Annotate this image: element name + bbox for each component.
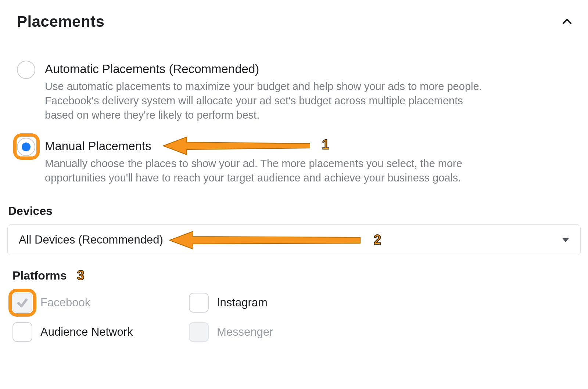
manual-title: Manual Placements bbox=[45, 138, 571, 154]
platform-facebook: Facebook bbox=[12, 293, 182, 313]
annotation-arrow-2-icon bbox=[169, 229, 361, 251]
automatic-title: Automatic Placements (Recommended) bbox=[45, 61, 571, 77]
placement-options: Automatic Placements (Recommended) Use a… bbox=[4, 38, 584, 185]
devices-dropdown[interactable]: All Devices (Recommended) 2 bbox=[7, 224, 581, 255]
checkbox-messenger[interactable] bbox=[189, 322, 209, 342]
platforms-heading: Platforms 3 bbox=[4, 255, 584, 290]
platform-label: Instagram bbox=[217, 296, 268, 309]
platform-audience-network: Audience Network bbox=[12, 322, 182, 342]
radio-button-icon[interactable] bbox=[17, 61, 35, 79]
manual-description: Manually choose the places to show your … bbox=[45, 156, 486, 185]
checkbox-audience-network[interactable] bbox=[12, 322, 32, 342]
radio-automatic-placements[interactable]: Automatic Placements (Recommended) Use a… bbox=[17, 60, 571, 122]
platform-label: Messenger bbox=[217, 325, 273, 339]
radio-manual-placements[interactable]: Manual Placements Manually choose the pl… bbox=[17, 137, 571, 185]
checkbox-facebook[interactable] bbox=[12, 293, 32, 313]
chevron-up-icon[interactable] bbox=[561, 15, 573, 28]
radio-button-icon[interactable] bbox=[17, 138, 35, 156]
svg-marker-1 bbox=[169, 231, 361, 249]
devices-heading: Devices bbox=[4, 190, 584, 224]
automatic-description: Use automatic placements to maximize you… bbox=[45, 79, 486, 122]
platforms-heading-text: Platforms bbox=[12, 269, 67, 282]
annotation-number-3: 3 bbox=[77, 268, 85, 283]
caret-down-icon bbox=[562, 238, 569, 242]
placements-title: Placements bbox=[17, 13, 104, 30]
placements-section-header[interactable]: Placements bbox=[4, 9, 584, 38]
platform-label: Audience Network bbox=[40, 325, 133, 339]
platforms-grid: Facebook Instagram Audience Network Mess… bbox=[4, 290, 584, 342]
check-icon bbox=[17, 297, 28, 309]
platform-messenger: Messenger bbox=[189, 322, 358, 342]
devices-selected-value: All Devices (Recommended) bbox=[19, 233, 163, 246]
annotation-number-2: 2 bbox=[374, 232, 381, 248]
platform-instagram: Instagram bbox=[189, 293, 358, 313]
platform-label: Facebook bbox=[40, 296, 90, 309]
radio-selected-dot-icon bbox=[22, 143, 31, 151]
checkbox-instagram[interactable] bbox=[189, 293, 209, 313]
